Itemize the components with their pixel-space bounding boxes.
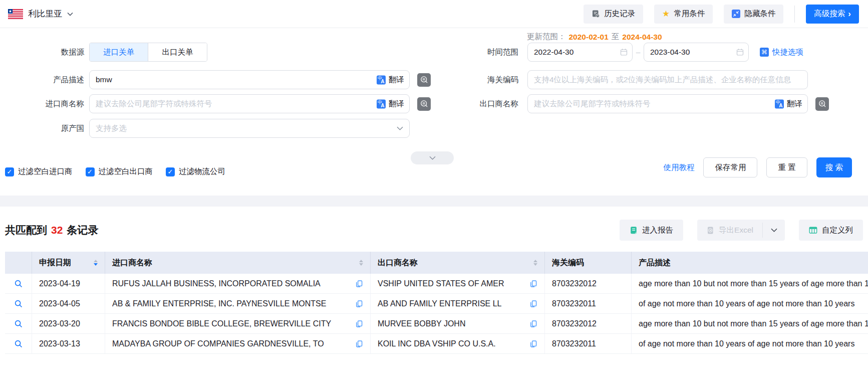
tab-import-declarations[interactable]: 进口关单 (90, 43, 148, 61)
header-product-desc: 产品描述 (632, 252, 868, 274)
hide-conditions-button[interactable]: 隐藏条件 (724, 5, 783, 24)
quick-options-link[interactable]: ⌘ 快捷选项 (760, 47, 803, 58)
origin-label: 原产国 (0, 123, 84, 134)
copy-button[interactable] (529, 320, 537, 328)
cell-declaration-date: 2023-04-05 (32, 294, 105, 313)
summary-prefix: 共匹配到 (5, 223, 47, 237)
hs-code-input[interactable] (527, 70, 808, 89)
update-range-end: 2024-04-30 (622, 33, 662, 42)
end-date-input[interactable] (644, 43, 749, 62)
copy-button[interactable] (355, 320, 363, 328)
filter-blank-exporter[interactable]: ✓ 过滤空白出口商 (86, 166, 153, 177)
cell-declaration-date: 2023-04-19 (32, 274, 105, 293)
tab-export-declarations[interactable]: 出口关单 (148, 43, 207, 61)
update-range: 更新范围：2020-02-01至2024-04-30 (527, 32, 662, 42)
sort-control[interactable] (529, 260, 537, 266)
results-toolbar: 进入报告 导出Excel (620, 220, 863, 241)
chevron-down-icon (771, 228, 777, 232)
customize-columns-button[interactable]: 自定义列 (799, 220, 863, 241)
header-exporter-name[interactable]: 出口商名称 (371, 252, 545, 274)
cell-product-desc: of age not more than 10 years of age not… (632, 294, 868, 313)
data-source-tabs: 进口关单 出口关单 (89, 43, 207, 62)
advanced-search-button[interactable]: 高级搜索 › (806, 5, 859, 24)
translate-label: 翻译 (389, 99, 404, 109)
product-desc-row: 产品描述 中A 翻译 (0, 70, 431, 89)
row-detail-search-button[interactable] (14, 299, 23, 308)
cell-exporter: VSHIP UNITED STATES OF AMER (371, 274, 545, 293)
collapse-form-button[interactable] (411, 151, 454, 164)
filter-blank-importer[interactable]: ✓ 过滤空白进口商 (5, 166, 73, 177)
fuzzy-match-toggle[interactable] (417, 97, 431, 111)
start-date-input[interactable] (527, 43, 633, 62)
translate-icon: 中A (377, 75, 386, 84)
importer-input[interactable] (89, 94, 410, 113)
summary-suffix: 条记录 (67, 223, 98, 237)
copy-button[interactable] (355, 280, 363, 288)
sort-control[interactable] (90, 260, 98, 266)
table-row: 2023-03-13 MADAYBA GROUP OF COMPANIES GA… (5, 334, 868, 354)
table-header-row: 申报日期 进口商名称 出口商名称 海关编码 产品描述 (5, 252, 868, 274)
cell-expand (5, 294, 32, 313)
fuzzy-match-toggle[interactable] (417, 73, 431, 87)
copy-icon (355, 300, 363, 308)
header-hs-code: 海关编码 (545, 252, 632, 274)
chevron-down-icon (429, 156, 436, 160)
product-desc-input[interactable] (89, 70, 410, 89)
exporter-field: 中A 翻译 (527, 94, 808, 113)
header-label: 海关编码 (552, 258, 584, 268)
copy-button[interactable] (529, 280, 537, 288)
cell-exporter: AB AND FAMILY ENTERPRISE LL (371, 294, 545, 313)
customize-columns-label: 自定义列 (822, 225, 853, 236)
origin-placeholder: 支持多选 (89, 119, 410, 138)
copy-icon (529, 340, 537, 348)
history-button[interactable]: 历史记录 (584, 5, 643, 24)
translate-icon: 中A (377, 99, 386, 108)
export-options-dropdown[interactable] (763, 220, 785, 241)
cell-product-desc: of age not more than 10 years of age not… (632, 334, 868, 353)
filter-checkboxes: ✓ 过滤空白进口商 ✓ 过滤空白出口商 ✓ 过滤物流公司 (5, 166, 225, 177)
table-row: 2023-04-05 AB & FAMILY ENTERPRISE, INC. … (5, 294, 868, 314)
row-detail-search-button[interactable] (14, 319, 23, 328)
magnifier-icon (14, 279, 23, 288)
chevron-down-icon (397, 126, 403, 130)
history-label: 历史记录 (604, 9, 635, 19)
translate-button[interactable]: 中A 翻译 (377, 99, 404, 109)
search-button[interactable]: 搜 索 (816, 157, 852, 177)
chevron-right-icon: › (848, 10, 851, 18)
row-detail-search-button[interactable] (14, 339, 23, 348)
header-declaration-date[interactable]: 申报日期 (32, 252, 105, 274)
copy-icon (355, 320, 363, 328)
header-importer-name[interactable]: 进口商名称 (105, 252, 371, 274)
cell-importer: RUFUS JALLAH BUSINESS, INCORPORATED SOMA… (105, 274, 371, 293)
header-label: 产品描述 (639, 258, 671, 268)
copy-button[interactable] (529, 300, 537, 308)
reset-button[interactable]: 重 置 (766, 157, 807, 177)
enter-report-button[interactable]: 进入报告 (620, 220, 683, 241)
tutorial-link[interactable]: 使用教程 (663, 162, 694, 173)
sort-control[interactable] (355, 260, 363, 266)
copy-button[interactable] (355, 300, 363, 308)
favorites-button[interactable]: ★ 常用条件 (654, 5, 713, 24)
translate-button[interactable]: 中A 翻译 (775, 99, 802, 109)
translate-button[interactable]: 中A 翻译 (377, 75, 404, 85)
row-detail-search-button[interactable] (14, 279, 23, 288)
checkbox-checked-icon: ✓ (5, 167, 14, 176)
export-excel-button[interactable]: 导出Excel (697, 220, 762, 241)
copy-button[interactable] (355, 340, 363, 348)
hs-code-row: 海关编码 (436, 70, 808, 89)
origin-row: 原产国 支持多选 (0, 119, 410, 138)
country-selector[interactable]: 利比里亚 (8, 8, 73, 20)
copy-button[interactable] (529, 340, 537, 348)
cell-product-desc: age more than 10 but not more than 15 ye… (632, 314, 868, 333)
filter-logistics[interactable]: ✓ 过滤物流公司 (166, 166, 225, 177)
magnifier-icon (14, 299, 23, 308)
fuzzy-match-toggle[interactable] (815, 97, 829, 111)
cell-expand (5, 274, 32, 293)
exporter-input[interactable] (527, 94, 808, 113)
cell-importer: FRANCIS BONDOE BIBLE COLLEGE, BREWERVILL… (105, 314, 371, 333)
save-favorite-button[interactable]: 保存常用 (703, 157, 757, 177)
cell-hs-code: 8703232011 (545, 334, 632, 353)
origin-select[interactable]: 支持多选 (89, 119, 410, 138)
importer-row: 进口商名称 中A 翻译 (0, 94, 431, 113)
cell-hs-code: 8703232012 (545, 274, 632, 293)
